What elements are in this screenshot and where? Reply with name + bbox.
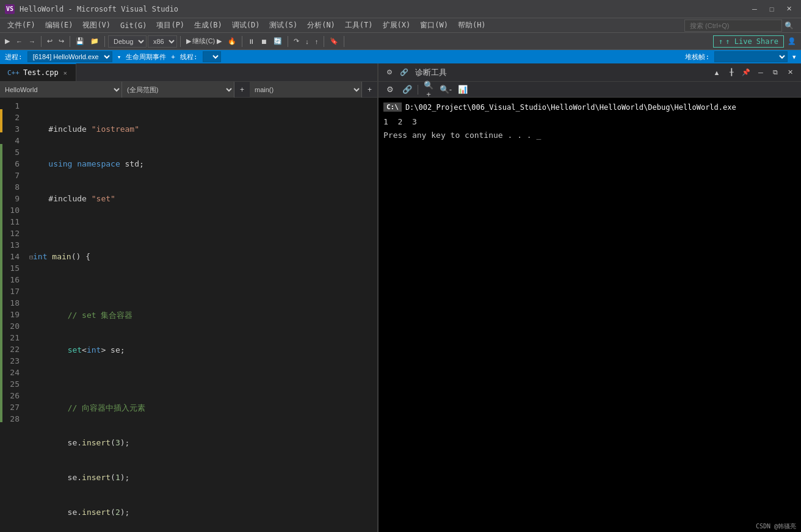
- close-button[interactable]: ✕: [781, 4, 796, 15]
- toolbar-forward-btn[interactable]: →: [26, 37, 38, 46]
- stack-label: 堆栈帧:: [685, 52, 709, 62]
- process-dropdown[interactable]: [6184] HelloWorld.exe: [27, 51, 112, 62]
- main-toolbar: ▶ ← → ↩ ↪ 💾 📁 Debug x86 ▶ 继续(C) ▶ 🔥 ⏸ ⏹ …: [0, 33, 801, 50]
- thread-label: 线程:: [180, 52, 198, 62]
- diag-chart-btn[interactable]: 📊: [456, 83, 469, 96]
- menu-file[interactable]: 文件(F): [2, 19, 40, 32]
- toolbar-feedback-btn[interactable]: 👤: [785, 37, 799, 46]
- method-dropdown[interactable]: main(): [250, 82, 361, 98]
- live-share-btn[interactable]: ↑ ↑ Live Share: [713, 35, 784, 48]
- play-icon: ▶: [186, 37, 191, 45]
- code-text[interactable]: #include "iostream" using namespace std;…: [24, 98, 377, 532]
- console-path-text: D:\002_Project\006_Visual_Studio\HelloWo…: [405, 103, 736, 112]
- toolbar-step-over-btn[interactable]: ↷: [291, 37, 302, 46]
- stack-dropdown[interactable]: [714, 51, 788, 62]
- csdn-badge: C:\: [383, 102, 402, 112]
- live-share-label: ↑ Live Share: [725, 37, 778, 46]
- diag-gear-btn[interactable]: ⚙: [383, 83, 397, 96]
- menu-view[interactable]: 视图(V): [78, 19, 115, 32]
- menu-window[interactable]: 窗口(W): [415, 19, 453, 32]
- lifecycle-text: 生命周期事件: [126, 52, 166, 62]
- menu-edit[interactable]: 编辑(E): [40, 19, 78, 32]
- stack-expand-btn[interactable]: ▾: [792, 53, 796, 61]
- toolbar-open-btn[interactable]: 📁: [88, 37, 101, 46]
- console-output-area: C:\ D:\002_Project\006_Visual_Studio\Hel…: [379, 98, 801, 532]
- diag-title: 诊断工具: [415, 67, 447, 78]
- diag-zoom-in-btn[interactable]: 🔍+: [422, 83, 435, 96]
- lifecycle-label: ▾: [117, 53, 121, 61]
- toolbar-save-btn[interactable]: 💾: [73, 37, 87, 46]
- menu-project[interactable]: 项目(P): [151, 19, 189, 32]
- window-title: HelloWorld - Microsoft Visual Studio: [20, 5, 747, 13]
- menu-build[interactable]: 生成(B): [189, 19, 227, 32]
- diag-up-arrow[interactable]: ▲: [711, 66, 723, 79]
- console-output-text: 1 2 3 Press any key to continue . . . _: [383, 115, 796, 142]
- class-dropdown[interactable]: HelloWorld: [0, 82, 122, 98]
- toolbar-bookmark-btn[interactable]: 🔖: [327, 37, 341, 46]
- menu-git[interactable]: Git(G): [115, 20, 151, 31]
- menu-tools[interactable]: 工具(T): [340, 19, 378, 32]
- cpp-file-icon: C++: [7, 69, 20, 77]
- diag-link-btn[interactable]: 🔗: [400, 83, 414, 96]
- lifecycle-sep: +: [171, 53, 175, 61]
- toolbar-pause-btn[interactable]: ⏸: [245, 37, 257, 46]
- diag-x-btn[interactable]: ✕: [784, 66, 796, 79]
- menu-extensions[interactable]: 扩展(X): [378, 19, 416, 32]
- toolbar-redo-btn[interactable]: ↪: [56, 37, 67, 46]
- nav-prev-btn[interactable]: +: [361, 82, 377, 98]
- diag-close-btn[interactable]: ╂: [725, 66, 738, 79]
- maximize-button[interactable]: □: [764, 4, 779, 15]
- search-input[interactable]: [684, 20, 782, 32]
- toolbar-back-btn[interactable]: ←: [13, 37, 25, 46]
- toolbar-run-btn[interactable]: ▶: [2, 37, 12, 46]
- process-label: 进程:: [5, 52, 23, 62]
- diag-zoom-out-btn[interactable]: 🔍-: [439, 83, 452, 96]
- thread-dropdown[interactable]: [203, 51, 221, 62]
- toolbar-restart-btn[interactable]: 🔄: [271, 37, 285, 46]
- diag-float-btn[interactable]: ⧉: [769, 66, 781, 79]
- flame-btn[interactable]: 🔥: [225, 37, 239, 46]
- continue-btn[interactable]: ▶ 继续(C) ▶: [184, 36, 224, 46]
- search-icon: 🔍: [785, 21, 794, 30]
- app-icon: VS: [5, 4, 15, 14]
- watermark: CSDN @韩骚亮: [756, 522, 796, 531]
- minimize-button[interactable]: ─: [747, 4, 762, 15]
- platform-dropdown[interactable]: x86: [148, 35, 177, 48]
- editor-tab-bar: C++ Test.cpp ✕: [0, 63, 377, 82]
- diagnostics-panel: ⚙ 🔗 诊断工具 ▲ ╂ 📌 ─ ⧉ ✕ ⚙ 🔗 🔍+ 🔍- 📊: [379, 63, 801, 532]
- add-function-btn[interactable]: +: [234, 82, 250, 98]
- editor-nav-bar: HelloWorld (全局范围) + main() +: [0, 82, 377, 98]
- title-bar: VS HelloWorld - Microsoft Visual Studio …: [0, 0, 801, 18]
- tab-filename: Test.cpp: [23, 68, 59, 77]
- debug-toolbar: 进程: [6184] HelloWorld.exe ▾ 生命周期事件 + 线程:…: [0, 50, 801, 63]
- diagnostics-header: ⚙ 🔗 诊断工具 ▲ ╂ 📌 ─ ⧉ ✕: [379, 63, 801, 82]
- tab-close-btn[interactable]: ✕: [62, 69, 68, 77]
- tab-test-cpp[interactable]: C++ Test.cpp ✕: [0, 63, 76, 81]
- diag-connect-btn[interactable]: 🔗: [398, 66, 410, 79]
- menu-test[interactable]: 测试(S): [264, 19, 302, 32]
- diag-settings-btn[interactable]: ⚙: [383, 66, 396, 79]
- window-controls: ─ □ ✕: [747, 4, 796, 15]
- live-share-icon: ↑: [719, 37, 723, 46]
- toolbar-step-into-btn[interactable]: ↓: [303, 37, 311, 46]
- config-dropdown[interactable]: Debug: [108, 35, 147, 48]
- menu-analyze[interactable]: 分析(N): [302, 19, 340, 32]
- diag-pin-btn[interactable]: 📌: [740, 66, 752, 79]
- menu-help[interactable]: 帮助(H): [453, 19, 491, 32]
- menu-bar: 文件(F) 编辑(E) 视图(V) Git(G) 项目(P) 生成(B) 调试(…: [0, 18, 801, 33]
- diag-minimize-btn[interactable]: ─: [755, 66, 767, 79]
- toolbar-step-out-btn[interactable]: ↑: [313, 37, 321, 46]
- console-path-bar: C:\ D:\002_Project\006_Visual_Studio\Hel…: [383, 102, 796, 112]
- menu-debug[interactable]: 调试(D): [227, 19, 265, 32]
- code-editor[interactable]: 12345678910 11121314151617181920 2122232…: [0, 98, 377, 532]
- diag-window-controls: ▲ ╂ 📌 ─ ⧉ ✕: [711, 66, 796, 79]
- scope-dropdown[interactable]: (全局范围): [122, 82, 234, 98]
- toolbar-undo-btn[interactable]: ↩: [45, 37, 55, 46]
- diag-toolbar: ⚙ 🔗 🔍+ 🔍- 📊: [379, 82, 801, 98]
- line-numbers: 12345678910 11121314151617181920 2122232…: [2, 98, 24, 532]
- toolbar-stop-btn[interactable]: ⏹: [258, 37, 270, 46]
